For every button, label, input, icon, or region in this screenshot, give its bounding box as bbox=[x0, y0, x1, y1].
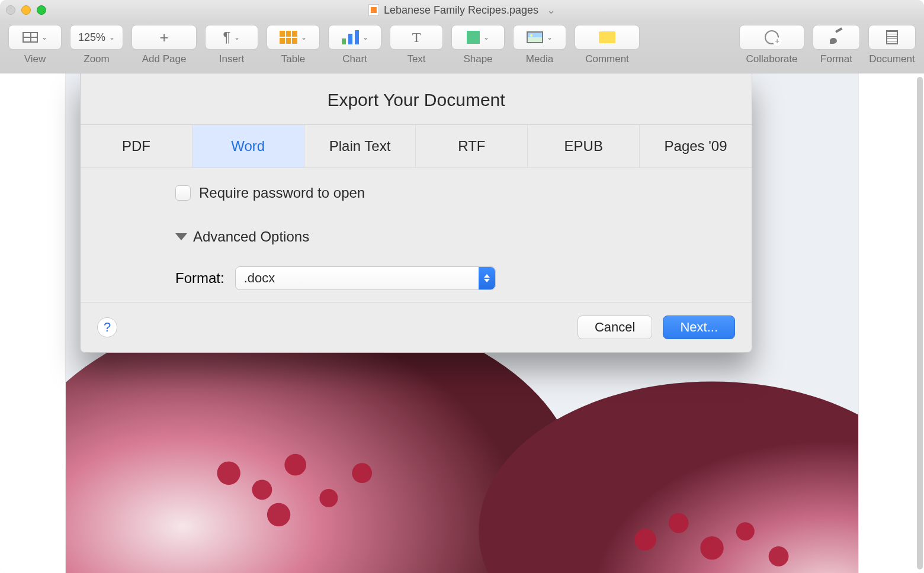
disclosure-triangle-icon bbox=[175, 233, 187, 240]
svg-point-11 bbox=[700, 536, 723, 559]
tab-pdf[interactable]: PDF bbox=[81, 125, 192, 168]
chevron-down-icon: ⌄ bbox=[109, 33, 115, 41]
insert-label: Insert bbox=[219, 53, 245, 65]
svg-point-5 bbox=[284, 454, 306, 476]
brush-icon bbox=[829, 31, 844, 44]
next-button[interactable]: Next... bbox=[663, 316, 735, 339]
tab-rtf[interactable]: RTF bbox=[416, 125, 528, 168]
title-bar: Lebanese Family Recipes.pages ⌄ bbox=[0, 0, 924, 20]
view-icon bbox=[23, 32, 38, 43]
tab-word[interactable]: Word bbox=[192, 125, 304, 168]
export-sheet: Export Your Document PDF Word Plain Text… bbox=[80, 73, 752, 353]
close-window-button[interactable] bbox=[6, 5, 15, 15]
comment-icon bbox=[599, 31, 615, 43]
text-label: Text bbox=[407, 53, 425, 65]
shape-icon bbox=[467, 31, 480, 44]
shape-button[interactable]: ⌄ bbox=[451, 25, 505, 50]
require-password-label: Require password to open bbox=[199, 185, 365, 201]
svg-point-8 bbox=[267, 503, 290, 526]
format-select[interactable]: .docx bbox=[235, 266, 496, 290]
comment-button[interactable] bbox=[575, 25, 640, 50]
document-icon bbox=[886, 30, 898, 44]
insert-button[interactable]: ¶⌄ bbox=[205, 25, 258, 50]
svg-point-3 bbox=[217, 462, 240, 485]
advanced-options-label: Advanced Options bbox=[193, 228, 309, 245]
document-icon bbox=[368, 4, 379, 16]
tab-plain-text[interactable]: Plain Text bbox=[304, 125, 416, 168]
add-page-button[interactable]: + bbox=[131, 25, 197, 50]
table-icon bbox=[280, 31, 297, 44]
svg-point-9 bbox=[634, 529, 656, 551]
format-select-value: .docx bbox=[244, 271, 275, 286]
zoom-button[interactable]: 125%⌄ bbox=[70, 25, 123, 50]
zoom-value: 125% bbox=[78, 31, 105, 44]
format-label: Format: bbox=[175, 270, 224, 286]
chart-label: Chart bbox=[342, 53, 367, 65]
window-title-area[interactable]: Lebanese Family Recipes.pages ⌄ bbox=[368, 4, 556, 17]
text-icon: T bbox=[412, 30, 421, 46]
select-stepper-icon bbox=[479, 267, 495, 289]
toolbar: ⌄ View 125%⌄ Zoom + Add Page ¶⌄ Insert ⌄… bbox=[0, 20, 924, 73]
export-format-tabs: PDF Word Plain Text RTF EPUB Pages '09 bbox=[81, 124, 752, 168]
export-title: Export Your Document bbox=[81, 73, 752, 124]
document-inspector-button[interactable] bbox=[868, 25, 916, 50]
add-page-label: Add Page bbox=[142, 53, 187, 65]
svg-point-13 bbox=[769, 546, 789, 566]
pages-window: Lebanese Family Recipes.pages ⌄ ⌄ View 1… bbox=[0, 0, 924, 573]
fullscreen-window-button[interactable] bbox=[37, 5, 46, 15]
document-label: Document bbox=[869, 53, 915, 65]
vertical-scrollbar[interactable] bbox=[917, 77, 923, 569]
help-button[interactable]: ? bbox=[97, 317, 117, 337]
advanced-options-toggle[interactable]: Advanced Options bbox=[175, 228, 681, 245]
chevron-down-icon: ⌄ bbox=[41, 33, 47, 41]
chart-icon bbox=[342, 30, 359, 44]
media-button[interactable]: ⌄ bbox=[513, 25, 566, 50]
shape-label: Shape bbox=[463, 53, 492, 65]
collaborate-label: Collaborate bbox=[746, 53, 798, 65]
export-sheet-footer: ? Cancel Next... bbox=[81, 302, 752, 352]
tab-pages09[interactable]: Pages '09 bbox=[640, 125, 752, 168]
svg-point-10 bbox=[669, 513, 689, 533]
svg-point-6 bbox=[319, 489, 338, 507]
table-button[interactable]: ⌄ bbox=[267, 25, 320, 50]
collaborate-icon bbox=[765, 30, 779, 44]
view-button[interactable]: ⌄ bbox=[8, 25, 62, 50]
collaborate-button[interactable] bbox=[739, 25, 804, 50]
media-label: Media bbox=[526, 53, 553, 65]
window-controls bbox=[6, 5, 46, 15]
table-label: Table bbox=[281, 53, 306, 65]
chevron-down-icon: ⌄ bbox=[362, 33, 368, 41]
view-label: View bbox=[24, 53, 46, 65]
export-options-panel: Require password to open Advanced Option… bbox=[81, 168, 752, 302]
text-button[interactable]: T bbox=[390, 25, 443, 50]
chevron-down-icon: ⌄ bbox=[547, 33, 553, 41]
require-password-checkbox[interactable] bbox=[175, 185, 191, 201]
svg-point-4 bbox=[252, 479, 272, 500]
chart-button[interactable]: ⌄ bbox=[328, 25, 381, 50]
tab-epub[interactable]: EPUB bbox=[528, 125, 640, 168]
format-label: Format bbox=[820, 53, 852, 65]
window-title: Lebanese Family Recipes.pages bbox=[384, 4, 538, 17]
document-canvas: Export Your Document PDF Word Plain Text… bbox=[0, 73, 924, 573]
zoom-label: Zoom bbox=[84, 53, 109, 65]
chevron-down-icon: ⌄ bbox=[301, 33, 307, 41]
svg-point-12 bbox=[736, 522, 755, 540]
help-icon: ? bbox=[104, 320, 111, 335]
title-dropdown-icon: ⌄ bbox=[547, 4, 556, 17]
svg-point-7 bbox=[352, 463, 372, 483]
comment-label: Comment bbox=[585, 53, 629, 65]
pilcrow-icon: ¶ bbox=[223, 29, 231, 46]
format-inspector-button[interactable] bbox=[813, 25, 860, 50]
media-icon bbox=[527, 31, 543, 43]
minimize-window-button[interactable] bbox=[21, 5, 31, 15]
chevron-down-icon: ⌄ bbox=[234, 33, 240, 41]
plus-icon: + bbox=[159, 28, 168, 47]
cancel-button[interactable]: Cancel bbox=[578, 316, 652, 339]
chevron-down-icon: ⌄ bbox=[483, 33, 489, 41]
